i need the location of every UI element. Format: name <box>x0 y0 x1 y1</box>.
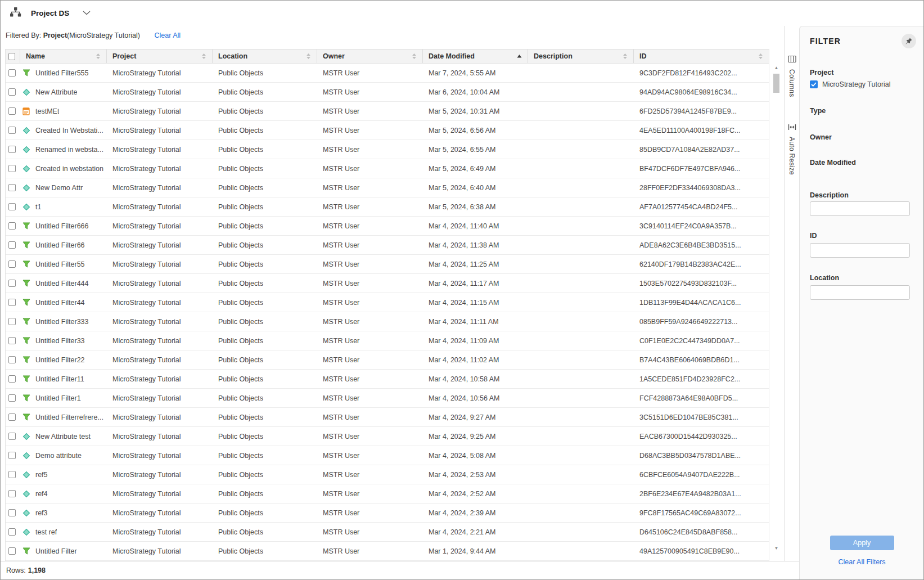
table-row[interactable]: Untitled Filter66MicroStrategy TutorialP… <box>6 236 769 255</box>
row-checkbox[interactable] <box>8 509 16 516</box>
table-row[interactable]: Created In Webstati...MicroStrategy Tuto… <box>6 121 769 140</box>
table-row[interactable]: New Demo AttrMicroStrategy TutorialPubli… <box>6 178 769 197</box>
table-row[interactable]: Untitled Filter666MicroStrategy Tutorial… <box>6 217 769 236</box>
tab-auto-resize[interactable]: Auto Resize <box>788 123 796 175</box>
sort-toggle-icon[interactable] <box>623 53 628 60</box>
table-row[interactable]: ref5MicroStrategy TutorialPublic Objects… <box>6 465 769 484</box>
table-row[interactable]: t1MicroStrategy TutorialPublic ObjectsMS… <box>6 197 769 217</box>
table-row[interactable]: ref4MicroStrategy TutorialPublic Objects… <box>6 484 769 503</box>
table-row[interactable]: Untitled Filter11MicroStrategy TutorialP… <box>6 370 769 389</box>
row-checkbox[interactable] <box>8 337 16 344</box>
clear-all-filters-link[interactable]: Clear All Filters <box>800 558 924 566</box>
sort-toggle-icon[interactable] <box>758 53 763 60</box>
row-checkbox[interactable] <box>8 107 16 115</box>
column-header-description[interactable]: Description <box>528 50 634 63</box>
row-checkbox[interactable] <box>8 356 16 363</box>
row-checkbox[interactable] <box>8 222 16 230</box>
table-row[interactable]: Untitled Filter555MicroStrategy Tutorial… <box>6 64 769 83</box>
chevron-down-icon[interactable] <box>83 11 91 15</box>
table-row[interactable]: ref3MicroStrategy TutorialPublic Objects… <box>6 503 769 523</box>
table-row[interactable]: Untitled FilterMicroStrategy TutorialPub… <box>6 542 769 561</box>
row-checkbox[interactable] <box>8 184 16 191</box>
object-date-modified: Mar 5, 2024, 6:55 AM <box>423 146 528 154</box>
table-row[interactable]: Created in webstationMicroStrategy Tutor… <box>6 159 769 178</box>
object-owner: MSTR User <box>317 547 423 555</box>
sort-toggle-icon[interactable] <box>412 53 417 60</box>
object-date-modified: Mar 4, 2024, 2:21 AM <box>423 528 528 536</box>
filter-icon <box>22 547 30 555</box>
column-header-label: Name <box>26 52 96 60</box>
row-checkbox[interactable] <box>8 394 16 402</box>
table-row[interactable]: Untitled Filter22MicroStrategy TutorialP… <box>6 350 769 370</box>
row-checkbox[interactable] <box>8 203 16 210</box>
attribute-icon <box>22 452 30 460</box>
object-name: New Attribute test <box>35 433 91 440</box>
table-row[interactable]: Untitled Filter333MicroStrategy Tutorial… <box>6 312 769 331</box>
column-header-location[interactable]: Location <box>213 50 317 63</box>
row-checkbox[interactable] <box>8 433 16 440</box>
attribute-icon <box>22 127 30 134</box>
row-checkbox[interactable] <box>8 299 16 306</box>
row-checkbox[interactable] <box>8 547 16 555</box>
row-checkbox[interactable] <box>8 528 16 536</box>
scroll-up-arrow-icon[interactable]: ▲ <box>772 65 781 71</box>
table-row[interactable]: Renamed in websta...MicroStrategy Tutori… <box>6 140 769 159</box>
pin-button[interactable] <box>902 34 916 48</box>
table-row[interactable]: New Attribute testMicroStrategy Tutorial… <box>6 427 769 446</box>
sort-ascending-icon[interactable] <box>517 54 522 59</box>
object-date-modified: Mar 4, 2024, 11:02 AM <box>423 356 528 364</box>
object-date-modified: Mar 4, 2024, 2:39 AM <box>423 509 528 517</box>
column-header-project[interactable]: Project <box>107 50 213 63</box>
row-checkbox[interactable] <box>8 88 16 96</box>
object-location: Public Objects <box>213 433 317 440</box>
sort-toggle-icon[interactable] <box>306 53 311 60</box>
row-checkbox[interactable] <box>8 318 16 325</box>
scroll-down-arrow-icon[interactable]: ▼ <box>772 545 781 552</box>
table-row[interactable]: Untitled Filter444MicroStrategy Tutorial… <box>6 274 769 293</box>
apply-button[interactable]: Apply <box>830 536 894 550</box>
tab-columns[interactable]: Columns <box>788 55 796 97</box>
clear-all-link[interactable]: Clear All <box>154 32 181 39</box>
id-filter-input[interactable] <box>810 243 910 258</box>
select-all-checkbox[interactable] <box>8 53 15 60</box>
row-checkbox[interactable] <box>8 280 16 287</box>
row-checkbox[interactable] <box>8 127 16 134</box>
column-header-id[interactable]: ID <box>634 50 769 63</box>
table-row[interactable]: Untitled Filter33MicroStrategy TutorialP… <box>6 331 769 350</box>
object-id: 1503E5702275493D832103F... <box>634 280 769 287</box>
sort-toggle-icon[interactable] <box>201 53 206 60</box>
table-row[interactable]: testMEtMicroStrategy TutorialPublic Obje… <box>6 102 769 121</box>
description-filter-input[interactable] <box>810 201 910 216</box>
row-checkbox[interactable] <box>8 69 16 77</box>
row-checkbox[interactable] <box>8 241 16 249</box>
filter-icon <box>22 299 30 306</box>
row-checkbox[interactable] <box>8 452 16 459</box>
row-checkbox[interactable] <box>8 490 16 497</box>
vertical-scrollbar[interactable]: ▲ ▼ <box>772 65 781 552</box>
row-checkbox[interactable] <box>8 146 16 153</box>
object-id: 1A5CEDE851FD4D23928FC2... <box>634 375 769 383</box>
table-row[interactable]: Untitled Filter55MicroStrategy TutorialP… <box>6 255 769 274</box>
row-checkbox[interactable] <box>8 375 16 383</box>
table-row[interactable]: Demo attributeMicroStrategy TutorialPubl… <box>6 446 769 465</box>
object-owner: MSTR User <box>317 222 423 230</box>
row-checkbox[interactable] <box>8 471 16 478</box>
table-row[interactable]: Untitled Filterrefrere...MicroStrategy T… <box>6 408 769 427</box>
column-header-name[interactable]: Name <box>20 50 107 63</box>
row-checkbox[interactable] <box>8 413 16 421</box>
object-id: 6CBFCE6054A9407DAE222B... <box>634 471 769 479</box>
project-option-row[interactable]: MicroStrategy Tutorial <box>810 80 891 88</box>
scrollbar-thumb[interactable] <box>773 74 779 93</box>
column-header-date-modified[interactable]: Date Modified <box>423 50 528 63</box>
location-filter-input[interactable] <box>810 285 910 300</box>
table-row[interactable]: Untitled Filter1MicroStrategy TutorialPu… <box>6 389 769 408</box>
checked-checkbox[interactable] <box>810 80 818 88</box>
column-header-owner[interactable]: Owner <box>317 50 423 63</box>
table-row[interactable]: Untitled Filter44MicroStrategy TutorialP… <box>6 293 769 312</box>
row-checkbox[interactable] <box>8 260 16 268</box>
sort-toggle-icon[interactable] <box>96 53 101 60</box>
table-row[interactable]: New AttributeMicroStrategy TutorialPubli… <box>6 83 769 102</box>
row-checkbox[interactable] <box>8 165 16 172</box>
table-row[interactable]: test refMicroStrategy TutorialPublic Obj… <box>6 523 769 542</box>
object-project: MicroStrategy Tutorial <box>107 337 213 345</box>
